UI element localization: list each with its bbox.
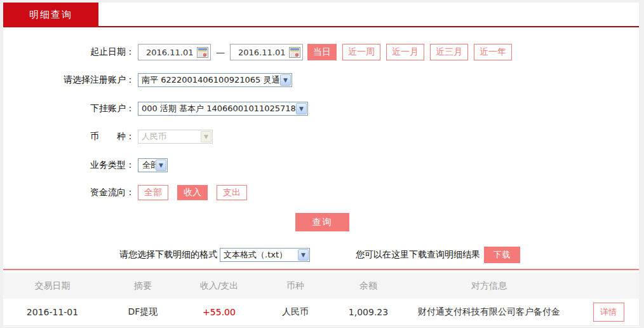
end-date-value: 2016.11.01 bbox=[238, 48, 285, 57]
transactions-table: 交易日期 摘要 收入/支出 币种 余额 对方信息 2016-11-01 DF提现… bbox=[3, 273, 639, 326]
column-header-amount: 收入/支出 bbox=[184, 280, 254, 292]
cell-amount: +55.00 bbox=[184, 307, 254, 317]
register-account-value: 南平 6222001406100921065 灵通卡 bbox=[142, 74, 288, 86]
start-date-input[interactable]: 2016.11.01 bbox=[138, 44, 211, 60]
column-header-date: 交易日期 bbox=[3, 280, 102, 292]
register-account-label: 请选择注册账户： bbox=[3, 74, 138, 86]
cell-counterparty: 财付通支付科技有限公司客户备付金 bbox=[400, 306, 578, 318]
cell-action: 详情 bbox=[578, 303, 639, 322]
fund-flow-row: 资金流向： 全部 收入 支出 bbox=[3, 184, 639, 201]
column-header-balance: 余额 bbox=[337, 280, 400, 292]
currency-label: 币 种： bbox=[3, 131, 138, 142]
chevron-down-icon[interactable]: ▼ bbox=[296, 103, 307, 114]
quick-range-quarter-button[interactable]: 近三月 bbox=[430, 44, 468, 60]
column-header-counterparty: 对方信息 bbox=[400, 280, 578, 292]
calendar-icon[interactable] bbox=[289, 47, 300, 60]
sub-account-row: 下挂账户： 000 活期 基本户 1406600101102571848 ▼ bbox=[3, 101, 639, 116]
quick-range-today-button[interactable]: 当日 bbox=[307, 44, 337, 60]
chevron-down-icon[interactable]: ▼ bbox=[156, 160, 166, 171]
date-range-label: 起止日期： bbox=[3, 46, 138, 58]
currency-value: 人民币 bbox=[142, 131, 166, 142]
fund-flow-income-button[interactable]: 收入 bbox=[177, 185, 208, 200]
quick-range-year-button[interactable]: 近一年 bbox=[474, 44, 512, 60]
download-format-select[interactable]: 文本格式（.txt） ▼ bbox=[220, 248, 310, 262]
currency-row: 币 种： 人民币 ▼ bbox=[3, 129, 639, 144]
column-header-currency: 币种 bbox=[254, 280, 337, 292]
cell-currency: 人民币 bbox=[254, 306, 337, 318]
download-row: 请您选择下载明细的格式 文本格式（.txt） ▼ 您可以在这里下载查询明细结果 … bbox=[3, 247, 639, 263]
business-type-select[interactable]: 全部 ▼ bbox=[138, 158, 168, 172]
date-range-separator: — bbox=[216, 47, 225, 57]
chevron-down-icon: ▼ bbox=[201, 131, 211, 142]
calendar-icon[interactable] bbox=[197, 47, 208, 60]
register-account-row: 请选择注册账户： 南平 6222001406100921065 灵通卡 ▼ bbox=[3, 72, 639, 88]
table-row: 2016-11-01 DF提现 +55.00 人民币 1,009.23 财付通支… bbox=[3, 299, 639, 326]
currency-select: 人民币 ▼ bbox=[138, 130, 213, 144]
table-header-row: 交易日期 摘要 收入/支出 币种 余额 对方信息 bbox=[3, 273, 639, 299]
register-account-select[interactable]: 南平 6222001406100921065 灵通卡 ▼ bbox=[138, 73, 292, 87]
detail-button[interactable]: 详情 bbox=[593, 303, 624, 322]
start-date-value: 2016.11.01 bbox=[146, 48, 193, 57]
date-range-row: 起止日期： 2016.11.01 — 2016.11.01 bbox=[3, 43, 639, 61]
sub-account-select[interactable]: 000 活期 基本户 1406600101102571848 ▼ bbox=[138, 102, 308, 116]
column-header-summary: 摘要 bbox=[102, 280, 184, 292]
fund-flow-label: 资金流向： bbox=[3, 187, 138, 198]
business-type-row: 业务类型： 全部 ▼ bbox=[3, 158, 639, 173]
tab-detail-query[interactable]: 明细查询 bbox=[3, 3, 98, 27]
cell-summary: DF提现 bbox=[102, 306, 184, 318]
fund-flow-all-button[interactable]: 全部 bbox=[138, 185, 168, 200]
sub-account-value: 000 活期 基本户 1406600101102571848 bbox=[142, 103, 306, 114]
query-button[interactable]: 查询 bbox=[295, 213, 349, 231]
quick-range-week-button[interactable]: 近一周 bbox=[342, 44, 380, 60]
content-panel: 明细查询 起止日期： 2016.11.01 — bbox=[3, 3, 639, 327]
cell-date: 2016-11-01 bbox=[3, 307, 102, 317]
business-type-label: 业务类型： bbox=[3, 160, 138, 171]
chevron-down-icon[interactable]: ▼ bbox=[298, 249, 309, 261]
download-button[interactable]: 下载 bbox=[484, 247, 520, 263]
fund-flow-expense-button[interactable]: 支出 bbox=[217, 185, 247, 200]
download-hint: 您可以在这里下载查询明细结果 bbox=[356, 249, 480, 261]
sub-account-label: 下挂账户： bbox=[3, 103, 138, 114]
download-format-value: 文本格式（.txt） bbox=[224, 249, 287, 261]
cell-balance: 1,009.23 bbox=[337, 307, 400, 317]
table-top-divider bbox=[3, 269, 639, 270]
tab-bar: 明细查询 bbox=[3, 3, 639, 27]
end-date-input[interactable]: 2016.11.01 bbox=[230, 44, 303, 60]
quick-range-month-button[interactable]: 近一月 bbox=[386, 44, 424, 60]
download-format-label: 请您选择下载明细的格式 bbox=[119, 249, 217, 261]
chevron-down-icon[interactable]: ▼ bbox=[280, 74, 291, 86]
